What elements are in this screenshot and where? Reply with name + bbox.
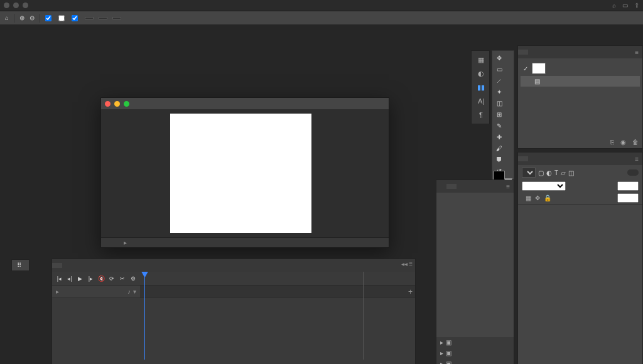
wand-tool[interactable]: ✦: [494, 87, 504, 97]
playhead[interactable]: [144, 272, 145, 360]
home-icon[interactable]: ⌂: [5, 14, 9, 21]
glyphs-dock-icon[interactable]: ¶: [473, 109, 489, 121]
panel-menu-icon[interactable]: ≡: [502, 183, 514, 190]
frame-tool[interactable]: ⊞: [494, 109, 504, 119]
folder-icon: ▣: [446, 360, 451, 364]
swatch-grid[interactable]: [436, 193, 514, 195]
tab-navigator[interactable]: [548, 50, 558, 55]
new-doc-from-state-icon[interactable]: ⎘: [610, 139, 614, 146]
crop-tool[interactable]: ◫: [494, 98, 504, 108]
lock-all-icon[interactable]: 🔒: [544, 195, 551, 201]
document-titlebar[interactable]: [101, 98, 389, 109]
checkmark-icon: ✓: [523, 65, 528, 72]
tab-swatches[interactable]: [446, 184, 457, 189]
resize-windows-checkbox[interactable]: [45, 15, 53, 21]
next-frame-button[interactable]: |▸: [87, 274, 94, 283]
opacity-input[interactable]: [617, 181, 639, 191]
filter-adjust-icon[interactable]: ◐: [546, 169, 552, 176]
tab-paths[interactable]: [528, 156, 538, 161]
goto-first-frame-button[interactable]: |◂: [56, 274, 63, 283]
audio-track-label[interactable]: ▸ ♪▾: [52, 286, 140, 297]
zoom-out-icon[interactable]: ⊖: [30, 14, 35, 21]
swatch-folder-cmyk[interactable]: ▸▣: [436, 348, 514, 358]
options-bar: ⌂ ⊕ ⊖: [0, 11, 643, 25]
filter-image-icon[interactable]: ▢: [538, 169, 544, 176]
trash-icon[interactable]: 🗑: [632, 139, 639, 146]
tab-3d[interactable]: [538, 156, 548, 161]
workspace-icon[interactable]: ▭: [622, 2, 628, 9]
timeline-tab-floating[interactable]: ⠿: [11, 259, 30, 271]
tab-learn[interactable]: [558, 50, 568, 55]
share-icon[interactable]: ⇪: [634, 2, 639, 9]
eyedropper-tool[interactable]: ✎: [494, 120, 504, 131]
brush-tool[interactable]: 🖌: [494, 143, 504, 153]
status-menu-icon[interactable]: ▸: [124, 239, 127, 246]
folder-icon: ▣: [446, 350, 451, 356]
stamp-tool[interactable]: ⛊: [494, 154, 504, 164]
app-menubar: ⌕ ▭ ⇪: [0, 0, 643, 11]
window-traffic-lights[interactable]: [4, 3, 28, 8]
menubar-right: ⌕ ▭ ⇪: [612, 2, 639, 9]
history-snapshot[interactable]: ✓: [521, 61, 640, 76]
filter-smart-icon[interactable]: ◫: [568, 169, 574, 176]
fit-screen-button[interactable]: [99, 17, 107, 19]
panel-menu-icon[interactable]: ≡: [631, 49, 642, 56]
document-statusbar: ▸: [101, 237, 389, 247]
mute-button[interactable]: 🔇: [98, 274, 105, 283]
grip-icon: ⠿: [17, 262, 21, 269]
tab-layers[interactable]: [518, 156, 528, 161]
color-dock-icon[interactable]: ▦: [473, 53, 489, 66]
move-tool[interactable]: ✥: [494, 53, 504, 63]
workspace: ▸ ▦ ◐ ▮▮ A| ¶ ✥ ▭ ⟋ ✦ ◫ ⊞ ✎ ✚ 🖌 ⛊ ↺ ◨ ▱ …: [0, 25, 643, 364]
collapse-left-icon[interactable]: ◂◂: [401, 260, 408, 267]
zoom-in-icon[interactable]: ⊕: [19, 14, 24, 21]
scrubby-zoom-checkbox[interactable]: [72, 15, 80, 21]
text-dock-icon[interactable]: A|: [473, 95, 489, 107]
lock-position-icon[interactable]: ✥: [535, 195, 540, 201]
swatch-folder-grayscale[interactable]: ▸▣: [436, 358, 514, 364]
chevron-right-icon: ▸: [440, 350, 443, 356]
timeline-ruler[interactable]: [140, 272, 415, 286]
panel-menu-icon[interactable]: ≡: [631, 156, 642, 163]
snapshot-icon[interactable]: ◉: [620, 139, 626, 146]
document-window[interactable]: ▸: [100, 97, 389, 248]
panel-menu-icon[interactable]: ≡: [409, 260, 413, 267]
history-state[interactable]: ▤: [521, 76, 640, 87]
prev-frame-button[interactable]: ◂|: [67, 274, 73, 283]
play-button[interactable]: ▶: [77, 274, 84, 283]
open-icon: ▤: [534, 78, 540, 85]
fit-window-button[interactable]: [112, 17, 121, 19]
collapsed-panel-dock[interactable]: ▦ ◐ ▮▮ A| ¶: [471, 50, 490, 124]
heal-tool[interactable]: ✚: [494, 132, 504, 142]
adjustments-dock-icon[interactable]: ◐: [473, 67, 489, 80]
tab-actions[interactable]: [528, 50, 538, 55]
layer-filter-select[interactable]: [522, 168, 536, 178]
lasso-tool[interactable]: ⟋: [494, 75, 504, 85]
transition-button[interactable]: ⟳: [109, 274, 116, 283]
audio-menu-icon[interactable]: ♪: [127, 288, 131, 295]
tab-channels[interactable]: [548, 156, 558, 161]
filter-shape-icon[interactable]: ▱: [561, 169, 566, 176]
filter-text-icon[interactable]: T: [554, 169, 558, 176]
search-icon[interactable]: ⌕: [612, 2, 616, 9]
blend-mode-select[interactable]: [522, 181, 566, 191]
lock-pixels-icon[interactable]: ▦: [526, 195, 531, 201]
tab-timeline[interactable]: [52, 263, 62, 268]
options-button[interactable]: ⚙: [129, 274, 136, 283]
marquee-tool[interactable]: ▭: [494, 64, 504, 74]
canvas[interactable]: [170, 114, 311, 233]
tab-cclib[interactable]: [538, 50, 548, 55]
zoom-all-checkbox[interactable]: [58, 15, 67, 21]
zoom-100-button[interactable]: [85, 17, 94, 19]
styles-dock-icon[interactable]: ▮▮: [473, 81, 489, 94]
swatch-folder-rgb[interactable]: ▸▣: [436, 337, 514, 348]
filter-toggle[interactable]: [627, 169, 639, 176]
tab-color[interactable]: [457, 184, 467, 189]
add-audio-button[interactable]: +: [408, 287, 413, 296]
fill-input[interactable]: [617, 193, 639, 203]
split-button[interactable]: ✂: [119, 274, 126, 283]
tab-history[interactable]: [518, 50, 528, 55]
tab-brushes[interactable]: [436, 184, 446, 189]
timeline-panel: ◂◂≡ |◂ ◂| ▶ |▸ 🔇 ⟳ ✂ ⚙: [51, 259, 416, 364]
chevron-right-icon: ▸: [440, 360, 443, 364]
